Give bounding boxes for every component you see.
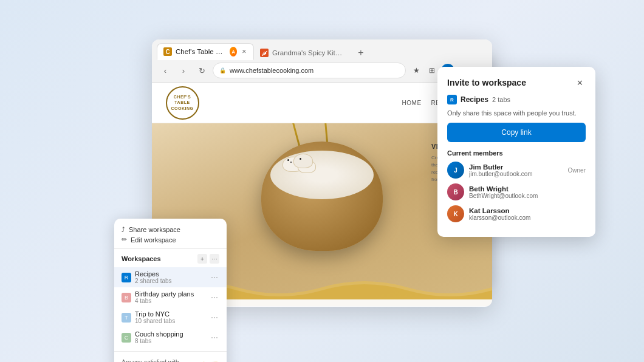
- edit-workspace-label: Edit workspace: [131, 236, 176, 244]
- bowl-inner: [270, 151, 374, 199]
- trip-workspace-icon: T: [122, 313, 131, 323]
- new-tab-button[interactable]: +: [354, 46, 368, 60]
- trip-name: Trip to NYC: [135, 310, 210, 318]
- workspace-item-recipes[interactable]: R Recipes 2 shared tabs ⋯: [114, 267, 227, 287]
- edit-icon: ✏: [122, 236, 127, 244]
- recipes-workspace-text: Recipes 2 shared tabs: [135, 270, 210, 284]
- member-row-kat: K Kat Larsson klarsson@outlook.com: [447, 205, 586, 222]
- bowl: [261, 142, 383, 251]
- forward-btn[interactable]: ›: [176, 63, 191, 78]
- invite-ws-icon: R: [447, 95, 457, 104]
- invite-workspace-row: R Recipes 2 tabs: [447, 95, 586, 104]
- feedback-text: Are you satisfied with Workspaces?: [122, 359, 193, 362]
- ws-divider-2: [114, 351, 227, 352]
- birthday-tabs: 4 tabs: [135, 298, 210, 304]
- couch-more-btn[interactable]: ⋯: [210, 333, 219, 342]
- workspace-item-birthday[interactable]: B Birthday party plans 4 tabs ⋯: [114, 287, 227, 307]
- recipes-workspace-icon: R: [122, 273, 131, 282]
- ws-more-btn[interactable]: ⋯: [210, 254, 219, 264]
- invite-description: Only share this space with people you tr…: [447, 109, 586, 117]
- feedback-row: Are you satisfied with Workspaces? 👍 👎: [114, 355, 227, 362]
- ws-divider-1: [114, 248, 227, 249]
- workspace-item-couch[interactable]: C Couch shopping 8 tabs ⋯: [114, 327, 227, 347]
- couch-name: Couch shopping: [135, 330, 210, 338]
- member-name-kat: Kat Larsson: [469, 207, 581, 214]
- invite-header: Invite to workspace ✕: [447, 77, 586, 89]
- address-text: www.chefstablecooking.com: [230, 67, 313, 74]
- member-row-jim: J Jim Butler jim.butler@outlook.com Owne…: [447, 162, 586, 179]
- member-avatar-beth: B: [447, 183, 464, 200]
- tab2-title: Grandma's Spicy Kitchen: [272, 49, 345, 56]
- recipes-more-btn[interactable]: ⋯: [210, 273, 219, 282]
- member-avatar-kat: K: [447, 205, 464, 222]
- chefs-table-favicon: C: [163, 47, 172, 56]
- invite-ws-tabs: 2 tabs: [492, 96, 510, 103]
- workspaces-panel: ⤴ Share workspace ✏ Edit workspace Works…: [114, 219, 227, 362]
- ws-add-btn[interactable]: +: [197, 254, 207, 264]
- share-workspace-btn[interactable]: ⤴ Share workspace: [114, 225, 227, 234]
- member-name-jim: Jim Butler: [469, 163, 563, 171]
- star-icon[interactable]: ★: [409, 64, 423, 77]
- tab-chefs-table[interactable]: C Chef's Table Cooking A ✕: [157, 43, 254, 60]
- tab1-avatar: A: [230, 47, 237, 56]
- couch-workspace-icon: C: [122, 333, 131, 343]
- reload-btn[interactable]: ↻: [194, 63, 209, 78]
- couch-workspace-text: Couch shopping 8 tabs: [135, 330, 210, 344]
- member-email-kat: klarsson@outlook.com: [469, 214, 581, 221]
- nav-home[interactable]: HOME: [402, 100, 422, 106]
- birthday-workspace-icon: B: [122, 293, 131, 302]
- share-icon: ⤴: [122, 226, 125, 233]
- member-info-jim: Jim Butler jim.butler@outlook.com: [469, 163, 563, 177]
- tab-grandmas-kitchen[interactable]: 🌶 Grandma's Spicy Kitchen: [254, 46, 351, 60]
- member-role-jim: Owner: [568, 167, 586, 174]
- birthday-more-btn[interactable]: ⋯: [210, 293, 219, 302]
- invite-title: Invite to workspace: [447, 78, 526, 87]
- trip-workspace-text: Trip to NYC 10 shared tabs: [135, 310, 210, 324]
- address-bar[interactable]: 🔒 www.chefstablecooking.com: [213, 63, 406, 78]
- member-row-beth: B Beth Wright BethWright@outlook.com: [447, 183, 586, 200]
- invite-ws-name: Recipes: [461, 95, 488, 104]
- back-btn[interactable]: ‹: [158, 63, 173, 78]
- member-info-kat: Kat Larsson klarsson@outlook.com: [469, 207, 581, 221]
- member-avatar-jim: J: [447, 162, 464, 179]
- current-members-label: Current members: [447, 149, 586, 157]
- tab1-close-btn[interactable]: ✕: [241, 47, 247, 56]
- recipes-tabs: 2 shared tabs: [135, 278, 210, 284]
- workspace-item-trip[interactable]: T Trip to NYC 10 shared tabs ⋯: [114, 307, 227, 327]
- trip-more-btn[interactable]: ⋯: [210, 313, 219, 322]
- member-info-beth: Beth Wright BethWright@outlook.com: [469, 185, 581, 199]
- share-workspace-label: Share workspace: [129, 226, 180, 233]
- member-email-jim: jim.butler@outlook.com: [469, 171, 563, 177]
- tab1-title: Chef's Table Cooking: [176, 48, 226, 55]
- site-logo: CHEF'S TABLE COOKING: [164, 87, 200, 118]
- tab-bar: C Chef's Table Cooking A ✕ 🌶 Grandma's S…: [152, 39, 492, 60]
- member-name-beth: Beth Wright: [469, 185, 581, 193]
- workspaces-header: Workspaces + ⋯: [114, 253, 227, 265]
- trip-tabs: 10 shared tabs: [135, 318, 210, 324]
- member-email-beth: BethWright@outlook.com: [469, 193, 581, 199]
- invite-panel: Invite to workspace ✕ R Recipes 2 tabs O…: [437, 67, 595, 237]
- edit-workspace-btn[interactable]: ✏ Edit workspace: [114, 234, 227, 245]
- invite-close-btn[interactable]: ✕: [574, 77, 586, 89]
- grandmas-kitchen-favicon: 🌶: [260, 49, 269, 57]
- workspaces-title: Workspaces: [122, 255, 161, 262]
- lock-icon: 🔒: [219, 67, 226, 73]
- couch-tabs: 8 tabs: [135, 338, 210, 344]
- workspace-icon[interactable]: ⊞: [425, 64, 439, 77]
- birthday-name: Birthday party plans: [135, 290, 210, 298]
- ws-header-icons: + ⋯: [197, 254, 219, 264]
- birthday-workspace-text: Birthday party plans 4 tabs: [135, 290, 210, 304]
- copy-link-btn[interactable]: Copy link: [447, 123, 586, 142]
- logo-circle: CHEF'S TABLE COOKING: [166, 86, 199, 120]
- recipes-name: Recipes: [135, 270, 210, 278]
